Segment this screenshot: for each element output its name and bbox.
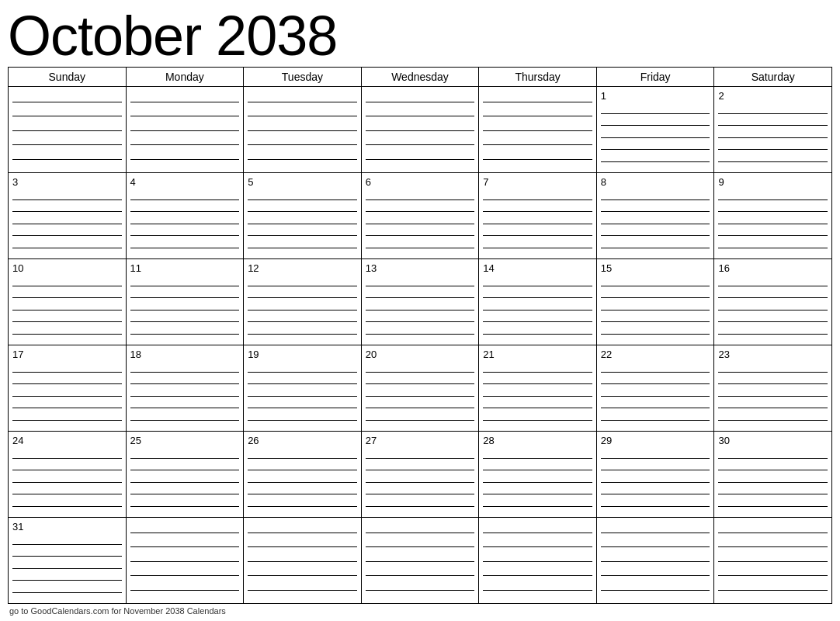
line — [483, 590, 592, 591]
day-lines — [601, 449, 710, 515]
line — [130, 470, 240, 470]
day-header-thursday: Thursday — [479, 68, 597, 86]
line — [130, 546, 240, 547]
line — [248, 144, 357, 145]
line — [366, 116, 475, 116]
day-header-friday: Friday — [597, 68, 715, 86]
day-cell: 13 — [362, 259, 480, 345]
line — [366, 408, 475, 408]
line — [601, 408, 710, 408]
line — [12, 568, 122, 569]
line — [483, 334, 592, 335]
day-lines — [601, 521, 710, 602]
line — [601, 396, 710, 397]
day-number: 15 — [601, 262, 710, 275]
day-number: 12 — [248, 262, 357, 275]
day-number: 26 — [248, 435, 357, 447]
line — [12, 458, 122, 459]
line — [483, 248, 592, 248]
line — [601, 125, 710, 126]
day-cell: 15 — [597, 259, 715, 345]
line — [366, 130, 475, 131]
line — [601, 383, 710, 384]
line — [718, 482, 828, 483]
line — [483, 235, 592, 236]
line — [718, 137, 828, 138]
line — [12, 494, 122, 494]
line — [248, 297, 357, 298]
line — [718, 149, 828, 150]
day-cell — [9, 87, 127, 172]
day-lines — [366, 363, 475, 429]
line — [12, 592, 122, 593]
day-lines — [718, 277, 828, 343]
line — [483, 546, 592, 547]
line — [130, 144, 240, 145]
line — [130, 248, 240, 248]
line — [483, 159, 592, 160]
line — [601, 590, 710, 591]
line — [130, 383, 240, 384]
line — [718, 125, 828, 126]
day-cell: 3 — [9, 173, 127, 258]
line — [12, 482, 122, 483]
line — [483, 408, 592, 408]
day-header-saturday: Saturday — [714, 68, 832, 86]
line — [130, 199, 240, 200]
line — [601, 533, 710, 533]
day-cell: 24 — [9, 432, 127, 517]
day-number: 24 — [12, 435, 122, 447]
line — [12, 420, 122, 421]
line — [248, 420, 357, 421]
line — [366, 533, 475, 533]
line — [248, 494, 357, 494]
line — [483, 470, 592, 470]
line — [130, 494, 240, 494]
calendar-title: October 2038 — [8, 8, 832, 64]
line — [718, 297, 828, 298]
calendar-grid: SundayMondayTuesdayWednesdayThursdayFrid… — [8, 67, 832, 604]
line — [601, 211, 710, 212]
line — [366, 310, 475, 310]
day-lines — [601, 363, 710, 429]
line — [12, 286, 122, 286]
line — [12, 396, 122, 397]
line — [12, 224, 122, 224]
line — [601, 546, 710, 547]
day-lines — [248, 449, 357, 515]
line — [12, 116, 122, 116]
line — [12, 130, 122, 131]
line — [718, 372, 828, 373]
line — [366, 561, 475, 562]
day-cell: 20 — [362, 345, 480, 431]
line — [366, 383, 475, 384]
line — [366, 546, 475, 547]
line — [248, 396, 357, 397]
day-cell: 9 — [714, 173, 832, 258]
line — [12, 408, 122, 408]
line — [483, 130, 592, 131]
day-lines — [248, 277, 357, 343]
day-lines — [483, 521, 592, 602]
day-cell: 14 — [479, 259, 597, 345]
line — [718, 224, 828, 224]
line — [248, 575, 357, 576]
line — [601, 420, 710, 421]
weeks-container: 1234567891011121314151617181920212223242… — [9, 87, 832, 604]
day-lines — [130, 277, 240, 343]
line — [12, 144, 122, 145]
line — [601, 310, 710, 310]
day-lines — [483, 277, 592, 343]
line — [248, 590, 357, 591]
line — [601, 372, 710, 373]
day-cell: 19 — [244, 345, 362, 431]
day-cell: 10 — [9, 259, 127, 345]
line — [248, 372, 357, 373]
line — [601, 575, 710, 576]
line — [483, 372, 592, 373]
line — [248, 408, 357, 408]
line — [248, 458, 357, 459]
day-number: 16 — [718, 262, 828, 275]
line — [12, 334, 122, 335]
line — [366, 590, 475, 591]
